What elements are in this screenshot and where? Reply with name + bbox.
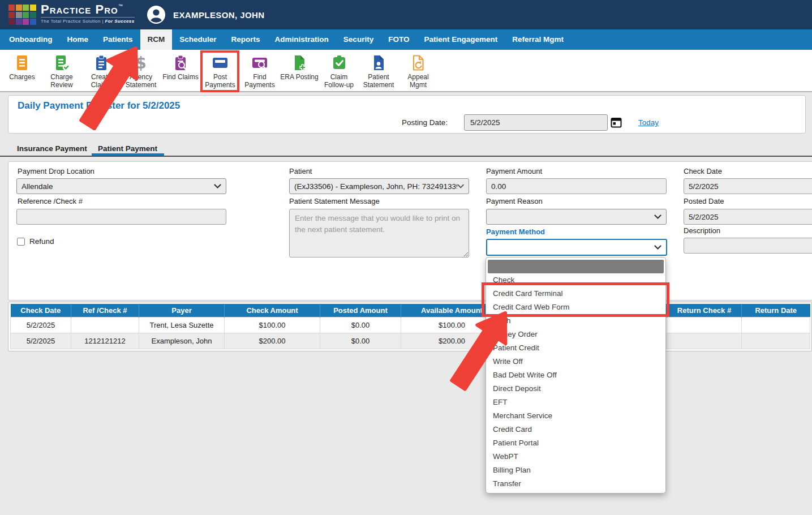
main-nav: Onboarding Home Patients RCM Scheduler R… xyxy=(0,29,812,50)
nav-item-patient-engagement[interactable]: Patient Engagement xyxy=(416,29,505,50)
nav-item-onboarding[interactable]: Onboarding xyxy=(2,29,60,50)
toolbar-item-claim-follow-up[interactable]: Claim Follow-up xyxy=(319,50,359,91)
posting-date-label: Posting Date: xyxy=(402,118,448,127)
nav-item-rcm[interactable]: RCM xyxy=(140,29,173,50)
toolbar-item-find-payments[interactable]: Find Payments xyxy=(240,50,280,91)
dropdown-option-check[interactable]: Check xyxy=(486,273,665,287)
payment-reason-label: Payment Reason xyxy=(486,197,543,205)
toolbar-item-create-claims[interactable]: Create Claims xyxy=(81,50,121,91)
dropdown-option-billing-plan[interactable]: Billing Plan xyxy=(486,464,665,477)
patient-select[interactable]: (ExJ33506) - Exampleson, John, PH: 73249… xyxy=(289,178,469,194)
file-undo-icon xyxy=(398,53,438,73)
payment-amount-input[interactable] xyxy=(486,178,667,194)
nav-item-home[interactable]: Home xyxy=(60,29,96,50)
chevron-down-icon xyxy=(654,245,661,250)
dropdown-option-credit-card-web-form[interactable]: Credit Card Web Form xyxy=(486,301,665,314)
practice-pro-logo-icon xyxy=(8,5,36,25)
nav-item-patients[interactable]: Patients xyxy=(96,29,140,50)
payment-method-dropdown: Check Credit Card Terminal Credit Card W… xyxy=(486,257,666,493)
nav-item-referral-mgmt[interactable]: Referral Mgmt xyxy=(505,29,571,50)
dropdown-option-direct-deposit[interactable]: Direct Deposit xyxy=(486,382,665,396)
dropdown-option-transfer[interactable]: Transfer xyxy=(486,477,665,491)
brand-tagline: The Total Practice Solution | For Succes… xyxy=(41,17,135,24)
clipboard-search-icon xyxy=(161,53,200,73)
dropdown-option-eft[interactable]: EFT xyxy=(486,396,665,409)
receipt-icon xyxy=(2,53,42,73)
payment-drop-location-label: Payment Drop Location xyxy=(18,167,94,175)
toolbar-item-post-payments[interactable]: Post Payments xyxy=(200,50,240,91)
dropdown-option-cash[interactable]: Cash xyxy=(486,314,665,328)
col-check-date: Check Date xyxy=(11,304,71,317)
dropdown-option-credit-card-terminal[interactable]: Credit Card Terminal xyxy=(486,287,665,301)
description-input[interactable] xyxy=(684,238,812,254)
clipboard-icon xyxy=(81,53,121,73)
receipt-check-icon xyxy=(42,53,81,73)
payments-table: Check Date Ref /Check # Payer Check Amou… xyxy=(10,304,810,349)
check-square-icon xyxy=(319,53,359,73)
file-plus-icon xyxy=(280,53,319,73)
patient-statement-message-label: Patient Statement Message xyxy=(289,197,380,205)
svg-text:$: $ xyxy=(135,54,146,72)
check-date-input[interactable] xyxy=(684,178,812,194)
dropdown-option-patient-credit[interactable]: Patient Credit xyxy=(486,341,665,355)
payment-method-select[interactable] xyxy=(486,239,667,256)
user-menu[interactable]: EXAMPLESON, JOHN xyxy=(147,0,264,29)
nav-item-scheduler[interactable]: Scheduler xyxy=(172,29,224,50)
reference-check-input[interactable] xyxy=(16,209,226,225)
nav-item-administration[interactable]: Administration xyxy=(268,29,336,50)
brand: Practice Pro™ The Total Practice Solutio… xyxy=(41,3,135,24)
dropdown-option-bad-debt-write-off[interactable]: Bad Debt Write Off xyxy=(486,368,665,382)
table-row[interactable]: 5/2/2025 Trent, Lesa Suzette $100.00 $0.… xyxy=(11,317,810,333)
refund-checkbox[interactable] xyxy=(17,238,25,246)
dropdown-option-patient-portal[interactable]: Patient Portal xyxy=(486,436,665,450)
dropdown-option-webpt[interactable]: WebPT xyxy=(486,450,665,464)
dropdown-option-money-order[interactable]: Money Order xyxy=(486,328,665,341)
table-header-row: Check Date Ref /Check # Payer Check Amou… xyxy=(11,304,810,317)
table-row[interactable]: 5/2/2025 1212121212 Exampleson, John $20… xyxy=(11,333,810,349)
page-title: Daily Payment Register for 5/2/2025 xyxy=(18,100,180,111)
toolbar-item-appeal-mgmt[interactable]: Appeal Mgmt xyxy=(398,50,438,91)
nav-item-reports[interactable]: Reports xyxy=(224,29,268,50)
toolbar-item-era-posting[interactable]: ERA Posting xyxy=(280,50,319,91)
nav-item-foto[interactable]: FOTO xyxy=(381,29,416,50)
dropdown-option-empty[interactable] xyxy=(488,260,664,273)
dropdown-option-credit-card[interactable]: Credit Card xyxy=(486,423,665,436)
col-posted-amount: Posted Amount xyxy=(320,304,401,317)
tab-insurance-payment[interactable]: Insurance Payment xyxy=(17,144,87,153)
col-return-check: Return Check # xyxy=(667,304,742,317)
col-payer: Payer xyxy=(139,304,225,317)
calendar-icon[interactable] xyxy=(611,117,622,128)
user-avatar-icon xyxy=(147,5,166,24)
dropdown-option-merchant-service[interactable]: Merchant Service xyxy=(486,409,665,423)
toolbar-item-charges[interactable]: Charges xyxy=(2,50,42,91)
refund-checkbox-row[interactable]: Refund xyxy=(17,237,54,246)
col-check-amount: Check Amount xyxy=(225,304,320,317)
dropdown-option-write-off[interactable]: Write Off xyxy=(486,355,665,368)
tab-patient-payment[interactable]: Patient Payment xyxy=(98,144,157,153)
toolbar-item-find-claims[interactable]: Find Claims xyxy=(161,50,200,91)
dollar-icon: $ xyxy=(121,53,161,73)
patient-statement-message-textarea[interactable] xyxy=(289,209,469,258)
posted-date-input[interactable] xyxy=(684,209,812,225)
payments-table-container: Check Date Ref /Check # Payer Check Amou… xyxy=(8,302,812,351)
payment-amount-label: Payment Amount xyxy=(486,167,542,175)
payment-reason-select[interactable] xyxy=(486,209,667,225)
reference-check-label: Reference /Check # xyxy=(18,197,83,205)
col-return-date: Return Date xyxy=(742,304,810,317)
toolbar-item-charge-review[interactable]: Charge Review xyxy=(42,50,81,91)
card-search-icon xyxy=(240,53,280,73)
credit-card-icon xyxy=(200,53,240,73)
toolbar-item-patient-statement[interactable]: Patient Statement xyxy=(359,50,398,91)
posting-date-input[interactable] xyxy=(464,114,608,131)
toolbar-item-agency-statement[interactable]: $ Agency Statement xyxy=(121,50,161,91)
check-date-label: Check Date xyxy=(684,167,722,175)
chevron-down-icon xyxy=(654,214,661,220)
brand-trademark: ™ xyxy=(118,3,123,8)
rcm-toolbar: Charges Charge Review Create Claims $ Ag… xyxy=(0,50,812,92)
posted-date-label: Posted Date xyxy=(684,197,724,205)
active-tab-underline xyxy=(92,153,164,156)
payment-drop-location-select[interactable]: Allendale xyxy=(16,178,226,194)
page-title-panel: Daily Payment Register for 5/2/2025 Post… xyxy=(8,95,806,134)
nav-item-security[interactable]: Security xyxy=(336,29,381,50)
today-link[interactable]: Today xyxy=(638,118,659,127)
